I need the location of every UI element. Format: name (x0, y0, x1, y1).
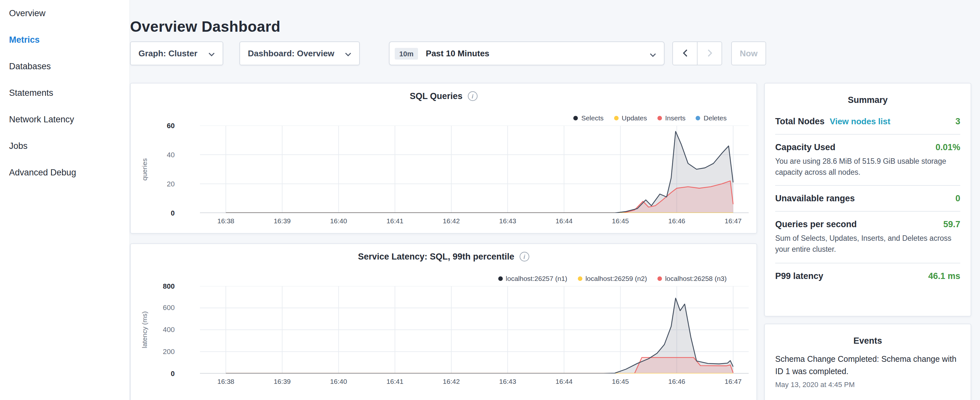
sidebar-item-overview[interactable]: Overview (0, 0, 129, 27)
info-icon[interactable]: i (468, 91, 477, 101)
chart-title-row: Service Latency: SQL, 99th percentile i (131, 252, 756, 261)
summary-row-subtext: Sum of Selects, Updates, Inserts, and De… (775, 233, 960, 255)
page-title: Overview Dashboard (130, 18, 280, 36)
x-tick-label: 16:41 (372, 217, 418, 225)
summary-row-label: Unavailable ranges (775, 194, 855, 204)
chevron-right-icon (707, 48, 712, 59)
event-item: Schema Change Completed: Schema change w… (775, 354, 960, 388)
y-tick-label: 40 (149, 150, 175, 158)
time-back-button[interactable] (672, 41, 698, 65)
summary-row-header: Capacity Used0.01% (775, 142, 960, 152)
x-tick-label: 16:39 (259, 377, 305, 385)
sidebar-item-advanced-debug[interactable]: Advanced Debug (0, 159, 129, 186)
summary-row-header: Total NodesView nodes list3 (775, 116, 960, 126)
summary-row-queries-per-second: Queries per second59.7Sum of Selects, Up… (775, 212, 960, 263)
chart-title: Service Latency: SQL, 99th percentile (358, 252, 514, 261)
sidebar-nav: OverviewMetricsDatabasesStatementsNetwor… (0, 0, 130, 400)
y-axis-label: latency (ms) (140, 286, 149, 373)
summary-row-value: 59.7 (943, 220, 960, 229)
sidebar-item-statements[interactable]: Statements (0, 80, 129, 106)
dashboard-dropdown[interactable]: Dashboard: Overview (239, 41, 360, 65)
summary-row-total-nodes: Total NodesView nodes list3 (775, 109, 960, 135)
info-icon[interactable]: i (520, 252, 529, 261)
x-tick-label: 16:44 (541, 377, 587, 385)
app-root: OverviewMetricsDatabasesStatementsNetwor… (0, 0, 980, 400)
legend-item-localhost-26258-n3-[interactable]: localhost:26258 (n3) (657, 274, 727, 282)
time-range-badge: 10m (395, 48, 418, 59)
summary-row-value: 0 (955, 194, 960, 204)
chart-legend: localhost:26257 (n1)localhost:26259 (n2)… (498, 274, 727, 282)
summary-row-value: 3 (955, 116, 960, 126)
summary-title: Summary (775, 95, 960, 105)
y-tick-label: 0 (149, 209, 175, 217)
legend-dot-icon (574, 116, 578, 120)
events-list: Schema Change Completed: Schema change w… (775, 354, 960, 388)
summary-row-header: Queries per second59.7 (775, 220, 960, 229)
legend-label: Inserts (665, 114, 686, 122)
x-tick-label: 16:40 (316, 217, 361, 225)
sql-queries-chart-card: SQL Queries i SelectsUpdatesInsertsDelet… (130, 83, 757, 234)
summary-row-value: 46.1 ms (928, 271, 960, 280)
x-tick-label: 16:38 (203, 377, 248, 385)
summary-row-label: Capacity Used (775, 142, 835, 152)
legend-item-updates[interactable]: Updates (614, 114, 647, 122)
legend-label: Deletes (704, 114, 727, 122)
y-tick-label: 20 (149, 180, 175, 187)
event-timestamp: May 13, 2020 at 4:45 PM (775, 380, 960, 388)
y-tick-label: 800 (149, 282, 175, 290)
summary-rows: Total NodesView nodes list3Capacity Used… (775, 109, 960, 288)
summary-card: Summary Total NodesView nodes list3Capac… (764, 83, 971, 317)
summary-row-label: Total Nodes (775, 116, 825, 126)
sidebar-item-network-latency[interactable]: Network Latency (0, 106, 129, 133)
service-latency-chart-card: Service Latency: SQL, 99th percentile i … (130, 243, 757, 400)
summary-row-value: 0.01% (935, 142, 960, 152)
chevron-left-icon (682, 48, 687, 59)
events-title: Events (775, 336, 960, 346)
legend-item-localhost-26259-n2-[interactable]: localhost:26259 (n2) (578, 274, 647, 282)
x-tick-label: 16:43 (485, 377, 530, 385)
legend-label: localhost:26258 (n3) (665, 274, 727, 282)
event-text: Schema Change Completed: Schema change w… (775, 354, 960, 378)
chart-plot-area[interactable] (179, 286, 749, 373)
summary-row-header: P99 latency46.1 ms (775, 271, 960, 280)
legend-dot-icon (657, 276, 662, 280)
now-button[interactable]: Now (731, 41, 766, 65)
sidebar-item-metrics[interactable]: Metrics (0, 27, 129, 53)
legend-label: localhost:26259 (n2) (585, 274, 647, 282)
legend-item-inserts[interactable]: Inserts (657, 114, 686, 122)
y-tick-label: 0 (149, 369, 175, 377)
view-nodes-list-link[interactable]: View nodes list (830, 116, 890, 126)
sidebar-item-jobs[interactable]: Jobs (0, 133, 129, 159)
time-range-dropdown[interactable]: 10m Past 10 Minutes (389, 41, 665, 65)
x-tick-label: 16:45 (598, 377, 643, 385)
toolbar: Graph: Cluster Dashboard: Overview 10m P… (130, 41, 816, 65)
y-tick-label: 200 (149, 347, 175, 355)
summary-row-header: Unavailable ranges0 (775, 194, 960, 204)
chart-title: SQL Queries (410, 91, 462, 101)
graph-dropdown[interactable]: Graph: Cluster (130, 41, 223, 65)
legend-label: localhost:26257 (n1) (506, 274, 567, 282)
x-tick-label: 16:42 (429, 377, 474, 385)
legend-item-selects[interactable]: Selects (574, 114, 604, 122)
legend-dot-icon (614, 116, 619, 120)
x-tick-label: 16:47 (711, 217, 756, 225)
x-tick-label: 16:42 (429, 217, 474, 225)
time-nav-arrows (672, 41, 722, 65)
chevron-down-icon (345, 49, 352, 58)
summary-row-unavailable-ranges: Unavailable ranges0 (775, 186, 960, 212)
chart-title-row: SQL Queries i (131, 91, 756, 101)
x-tick-label: 16:39 (259, 217, 305, 225)
legend-item-localhost-26257-n1-[interactable]: localhost:26257 (n1) (498, 274, 567, 282)
time-forward-button[interactable] (697, 41, 722, 65)
x-tick-label: 16:38 (203, 217, 248, 225)
legend-label: Updates (622, 114, 647, 122)
graph-dropdown-label: Graph: Cluster (138, 49, 197, 58)
x-tick-label: 16:47 (711, 377, 756, 385)
legend-item-deletes[interactable]: Deletes (696, 114, 727, 122)
summary-row-capacity-used: Capacity Used0.01%You are using 28.6 MiB… (775, 135, 960, 186)
x-tick-label: 16:44 (541, 217, 587, 225)
chart-plot-area[interactable] (179, 126, 749, 213)
sidebar-item-databases[interactable]: Databases (0, 53, 129, 80)
x-tick-label: 16:40 (316, 377, 361, 385)
summary-row-p99-latency: P99 latency46.1 ms (775, 263, 960, 288)
